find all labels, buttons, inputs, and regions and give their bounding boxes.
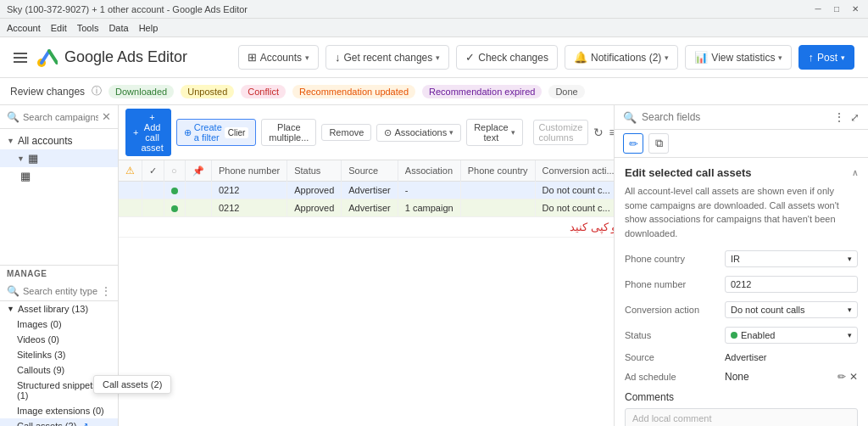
th-conversion-action[interactable]: Conversion acti... xyxy=(535,160,614,182)
conflict-badge[interactable]: Conflict xyxy=(241,85,286,98)
content-toolbar: + + Add call asset ⊕ Create a filter Cli… xyxy=(119,105,614,160)
sidebar-item-videos[interactable]: Videos (0) xyxy=(0,332,118,347)
review-info-icon: ⓘ xyxy=(92,84,102,98)
conversion-caret-icon: ▾ xyxy=(848,305,852,314)
post-button[interactable]: ↑ Post ▾ xyxy=(798,45,854,70)
filter-value: Clier xyxy=(225,127,249,138)
header-actions: ⊞ Accounts ▾ ↓ Get recent changes ▾ ✓ Ch… xyxy=(238,45,854,70)
sidebar-item-sitelinks[interactable]: Sitelinks (3) xyxy=(0,347,118,362)
sidebar: 🔍 ✕ ▼ All accounts ▼ ▦ ▦ MANAGE 🔍 ⋮ xyxy=(0,105,119,426)
content-search-box[interactable]: Customize columns xyxy=(533,120,589,145)
refresh-icon[interactable]: ↻ xyxy=(593,126,604,139)
sidebar-item-images[interactable]: Images (0) xyxy=(0,317,118,332)
collapse-icon[interactable]: ∧ xyxy=(852,168,858,177)
menu-help[interactable]: Help xyxy=(139,23,159,33)
recommendation-updated-badge[interactable]: Recommendation updated xyxy=(292,85,415,98)
menu-account[interactable]: Account xyxy=(7,23,41,33)
done-badge[interactable]: Done xyxy=(548,85,584,98)
get-recent-changes-button[interactable]: ↓ Get recent changes ▾ xyxy=(326,45,449,70)
th-association[interactable]: Association xyxy=(398,160,460,182)
group-arrow-icon: ▼ xyxy=(7,305,14,313)
sidebar-group-asset-library[interactable]: ▼ Asset library (13) xyxy=(0,301,118,317)
cell-status-dot-2 xyxy=(164,199,186,217)
content-search-placeholder: Customize columns xyxy=(539,122,583,143)
cell-association-1: - xyxy=(398,182,460,199)
cell-warning-1 xyxy=(119,182,142,199)
th-info: ○ xyxy=(164,160,186,182)
call-assets-tooltip: Call assets (2) xyxy=(93,375,119,394)
table-row[interactable]: 0212 Approved Advertiser - Do not count … xyxy=(119,182,614,199)
source-label: Source xyxy=(625,352,718,362)
expand-panel-icon[interactable]: ⤢ xyxy=(850,111,860,124)
ad-schedule-clear-icon[interactable]: ✕ xyxy=(849,371,858,383)
th-warning: ⚠ xyxy=(119,160,142,182)
sidebar-item-call-assets[interactable]: Call assets (2) ↗ xyxy=(0,418,118,427)
accounts-button[interactable]: ⊞ Accounts ▾ xyxy=(238,45,319,70)
th-phone-country[interactable]: Phone country xyxy=(460,160,535,182)
add-call-asset-button[interactable]: + + Add call asset xyxy=(125,109,171,156)
th-source[interactable]: Source xyxy=(342,160,398,182)
menu-tools[interactable]: Tools xyxy=(77,23,99,33)
bell-icon: 🔔 xyxy=(574,51,587,64)
phone-country-select[interactable]: IR ▾ xyxy=(725,250,858,267)
notifications-button[interactable]: 🔔 Notifications (2) ▾ xyxy=(565,45,678,70)
search-campaigns-input[interactable] xyxy=(23,112,98,122)
review-changes-link[interactable]: Review changes xyxy=(10,86,85,98)
maximize-button[interactable]: □ xyxy=(831,3,843,15)
sidebar-tree: ▼ All accounts ▼ ▦ ▦ xyxy=(0,129,118,261)
menu-edit[interactable]: Edit xyxy=(51,23,67,33)
duplicate-button[interactable]: ⧉ xyxy=(648,133,669,154)
phone-country-label: Phone country xyxy=(625,254,718,264)
associations-button[interactable]: ⊙ Associations ▾ xyxy=(376,124,461,142)
table-row[interactable]: 0212 Approved Advertiser 1 campaign Do n… xyxy=(119,199,614,217)
replace-text-caret: ▾ xyxy=(511,128,515,137)
th-check: ✓ xyxy=(142,160,164,182)
sidebar-search-icon: 🔍 xyxy=(7,111,19,123)
check-changes-button[interactable]: ✓ Check changes xyxy=(456,45,558,70)
grid-icon-1: ▦ xyxy=(28,152,38,165)
th-phone-number[interactable]: Phone number xyxy=(212,160,287,182)
cell-status-dot-1 xyxy=(164,182,186,199)
more-options-icon[interactable]: ⋮ xyxy=(101,285,111,297)
content-area: + + Add call asset ⊕ Create a filter Cli… xyxy=(119,105,614,426)
edit-button[interactable]: ✏ xyxy=(623,133,643,154)
google-ads-logo xyxy=(34,46,58,70)
minimize-button[interactable]: ─ xyxy=(812,3,824,15)
remove-button[interactable]: Remove xyxy=(321,124,371,141)
replace-text-button[interactable]: Replace text ▾ xyxy=(466,119,522,146)
search-clear-icon[interactable]: ✕ xyxy=(102,110,111,123)
view-statistics-button[interactable]: 📊 View statistics ▾ xyxy=(685,45,792,70)
comment-input[interactable]: Add local comment xyxy=(625,408,858,426)
check-icon: ✓ xyxy=(465,51,475,64)
sidebar-campaign-search: 🔍 ✕ xyxy=(0,105,118,129)
menu-data[interactable]: Data xyxy=(108,23,128,33)
downloaded-badge[interactable]: Downloaded xyxy=(108,85,174,98)
search-entity-input[interactable] xyxy=(23,286,97,296)
ad-schedule-edit-icon[interactable]: ✏ xyxy=(837,371,846,383)
recommendation-expired-badge[interactable]: Recommendation expired xyxy=(422,85,542,98)
hamburger-menu[interactable] xyxy=(14,53,27,63)
place-multiple-button[interactable]: Place multiple... xyxy=(261,119,316,146)
tree-account-2[interactable]: ▦ xyxy=(0,167,118,185)
unposted-badge[interactable]: Unposted xyxy=(181,85,234,98)
associations-icon: ⊙ xyxy=(384,127,392,138)
th-status[interactable]: Status xyxy=(287,160,342,182)
tree-account-1[interactable]: ▼ ▦ xyxy=(0,149,118,167)
create-filter-button[interactable]: ⊕ Create a filter Clier xyxy=(176,119,257,146)
sidebar-item-image-extensions[interactable]: Image extensions (0) xyxy=(0,403,118,418)
add-icon: + xyxy=(133,127,138,137)
cell-warning-2 xyxy=(119,199,142,217)
info-icon: ○ xyxy=(171,165,177,176)
search-icon: 🔍 xyxy=(623,111,637,124)
fields-search-input[interactable] xyxy=(642,111,828,123)
conversion-action-select[interactable]: Do not count calls ▾ xyxy=(725,301,858,318)
tree-all-accounts[interactable]: ▼ All accounts xyxy=(0,132,118,149)
cell-pin-2 xyxy=(186,199,212,217)
phone-number-input[interactable]: 0212 xyxy=(725,276,858,293)
cell-status-1: Approved xyxy=(287,182,342,199)
cell-phone-2: 0212 xyxy=(212,199,287,217)
close-button[interactable]: ✕ xyxy=(849,3,861,15)
more-icon[interactable]: ⋮ xyxy=(833,110,845,124)
status-select[interactable]: Enabled ▾ xyxy=(725,327,858,344)
ad-schedule-value: None xyxy=(725,371,749,383)
